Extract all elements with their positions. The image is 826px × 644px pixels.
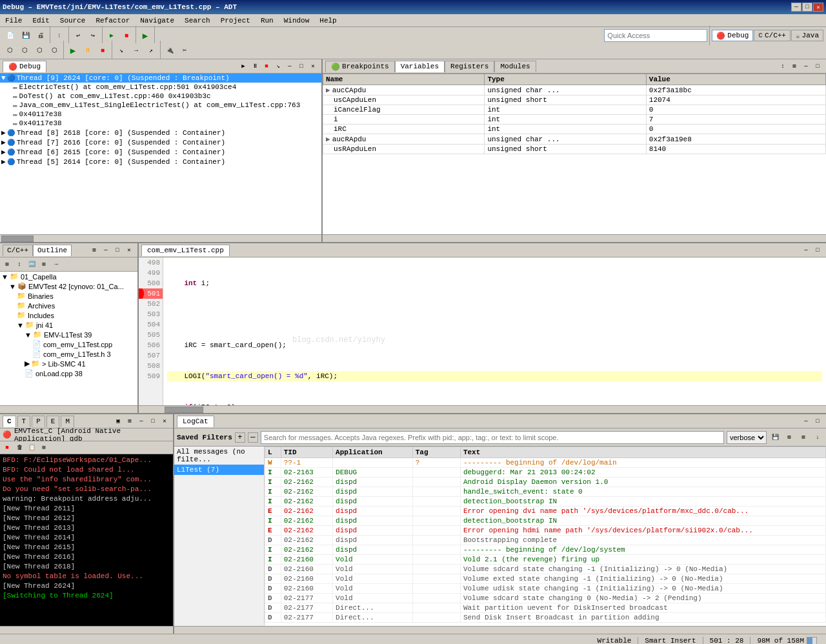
- console-tb-1[interactable]: ■: [1, 443, 13, 453]
- editor-tab[interactable]: com_emv_L1Test.cpp: [141, 245, 230, 256]
- logcat-maximize[interactable]: □: [812, 416, 823, 427]
- outline-tb-5[interactable]: →: [50, 259, 62, 270]
- logcat-row-13[interactable]: D 02-2160 Vold Volume udisk state changi…: [265, 584, 826, 594]
- menu-search[interactable]: Search: [179, 15, 216, 26]
- var-row-5[interactable]: ▶aucRApdu unsigned char ... 0x2f3a19e8: [323, 134, 826, 145]
- thread-6-item[interactable]: ▶ 🔵 Thread [6] 2615 [core: 0] (Suspended…: [0, 147, 321, 157]
- logcat-save-btn[interactable]: 💾: [769, 432, 781, 443]
- outline-close[interactable]: ✕: [123, 245, 135, 256]
- debug-panel-close[interactable]: ✕: [307, 61, 319, 72]
- console-hscroll[interactable]: [0, 626, 173, 634]
- modules-tab[interactable]: Modules: [494, 61, 536, 72]
- outline-toolbar-btn[interactable]: ⊞: [88, 245, 100, 256]
- java-perspective-btn[interactable]: ☕ Java: [791, 30, 823, 41]
- console-tab-t[interactable]: T: [17, 416, 31, 427]
- var-row-1[interactable]: usCApduLen unsigned short 12074: [323, 96, 826, 105]
- stop-button[interactable]: ■: [119, 28, 134, 43]
- connect-button[interactable]: 🔌: [163, 43, 177, 57]
- menu-project[interactable]: Project: [216, 15, 256, 26]
- console-tb-3[interactable]: 📋: [26, 443, 37, 453]
- debug-step-button[interactable]: ↕: [52, 28, 66, 43]
- logcat-hscroll[interactable]: [174, 626, 826, 634]
- debug-toolbar-step[interactable]: ↘: [272, 61, 284, 72]
- outline-item-7[interactable]: 📄 com_emv_L1Test.cpp: [0, 339, 137, 349]
- var-row-2[interactable]: iCancelFlag int 0: [323, 105, 826, 115]
- editor-content[interactable]: 498 499 500 501 502 503 504 505 506 507 …: [139, 257, 826, 405]
- console-minimize[interactable]: ─: [136, 416, 147, 427]
- menu-edit[interactable]: Edit: [27, 15, 54, 26]
- menu-run[interactable]: Run: [256, 15, 279, 26]
- logcat-btn2[interactable]: ⊞: [783, 432, 795, 443]
- editor-hscroll[interactable]: [139, 405, 826, 413]
- logcat-row-12[interactable]: D 02-2160 Vold Volume exted state changi…: [265, 574, 826, 584]
- frame-2[interactable]: ▬ Java_com_emv_L1Test_SingleElectricTest…: [0, 101, 321, 110]
- toolbar2-btn4[interactable]: ⬡: [47, 43, 61, 57]
- undo-button[interactable]: ↩: [71, 28, 85, 43]
- breakpoints-tab[interactable]: 🟢 Breakpoints: [325, 61, 395, 72]
- outline-maximize[interactable]: □: [112, 245, 123, 256]
- thread-5-item[interactable]: ▶ 🔵 Thread [5] 2614 [core: 0] (Suspended…: [0, 157, 321, 166]
- debug-tab[interactable]: 🔴 Debug: [3, 61, 46, 72]
- console-btn1[interactable]: ▣: [112, 416, 124, 427]
- toolbar2-btn1[interactable]: ⬡: [3, 43, 17, 57]
- variables-tab[interactable]: Variables: [395, 61, 445, 72]
- menu-refactor[interactable]: Refactor: [90, 15, 135, 26]
- menu-window[interactable]: Window: [279, 15, 315, 26]
- logcat-row-5[interactable]: E 02-2162 dispd Error opening dvi name p…: [265, 507, 826, 516]
- frame-0[interactable]: ▬ ElectricTest() at com_emv_L1Test.cpp:5…: [0, 83, 321, 92]
- minimize-button[interactable]: ─: [791, 3, 801, 12]
- menu-navigate[interactable]: Navigate: [135, 15, 179, 26]
- step-return-button[interactable]: ↗: [144, 43, 158, 57]
- outline-tb-4[interactable]: ⊞: [38, 259, 50, 270]
- close-button[interactable]: ✕: [813, 3, 823, 12]
- outline-tab[interactable]: Outline: [33, 245, 72, 256]
- outline-item-5[interactable]: ▼ 📁 jni 41: [0, 320, 137, 330]
- debug-run-button[interactable]: ▶: [138, 28, 152, 43]
- console-tab-p[interactable]: P: [32, 416, 45, 427]
- terminate-button[interactable]: ■: [96, 43, 110, 57]
- maximize-button[interactable]: □: [802, 3, 812, 12]
- frame-3[interactable]: ▬ 0x40117e38: [0, 110, 321, 119]
- outline-hscroll[interactable]: [0, 405, 137, 413]
- frame-4[interactable]: ▬ 0x40117e38: [0, 119, 321, 128]
- logcat-tab[interactable]: LogCat: [177, 416, 214, 427]
- console-tab-m[interactable]: M: [61, 416, 74, 427]
- cpp-perspective-btn[interactable]: C C/C++: [754, 30, 791, 41]
- console-content[interactable]: BFD: F:/EclipseWorkspace/01_Cape... BFD:…: [0, 454, 173, 626]
- outline-item-8[interactable]: 📄 com_emv_L1Test.h 3: [0, 349, 137, 359]
- debug-panel-minimize[interactable]: ─: [284, 61, 296, 72]
- outline-item-3[interactable]: 📁 Archives: [0, 301, 137, 310]
- all-messages-filter[interactable]: All messages (no filte...: [174, 447, 264, 465]
- save-button[interactable]: 💾: [19, 28, 33, 43]
- editor-minimize[interactable]: ─: [800, 245, 812, 256]
- logcat-row-8[interactable]: D 02-2162 dispd Bootstrapping complete: [265, 536, 826, 545]
- logcat-content[interactable]: L TID Application Tag Text W ??-1 ? ----…: [265, 447, 826, 626]
- outline-tb-1[interactable]: ⊞: [1, 259, 13, 270]
- cpp-tab[interactable]: C/C++: [3, 245, 33, 256]
- quick-access-input[interactable]: [604, 29, 707, 42]
- outline-item-4[interactable]: 📁 Includes: [0, 310, 137, 320]
- debug-hscroll[interactable]: [0, 234, 321, 242]
- thread-9-item[interactable]: ▼ 🔵 Thread [9] 2624 [core: 0] (Suspended…: [0, 74, 321, 83]
- print-button[interactable]: 🖨: [34, 28, 48, 43]
- redo-button[interactable]: ↪: [86, 28, 100, 43]
- toolbar2-btn2[interactable]: ⬡: [17, 43, 32, 57]
- suspend-button[interactable]: ⏸: [81, 43, 95, 57]
- debug-panel-maximize[interactable]: □: [296, 61, 307, 72]
- vars-toolbar-btn2[interactable]: ⊞: [789, 61, 800, 72]
- logcat-row-1[interactable]: I 02-2163 DEBUG debuggerd: Mar 21 2013 0…: [265, 468, 826, 478]
- resume-button[interactable]: ▶: [66, 43, 80, 57]
- toolbar2-btn3[interactable]: ⬡: [32, 43, 46, 57]
- thread-7-item[interactable]: ▶ 🔵 Thread [7] 2616 [core: 0] (Suspended…: [0, 137, 321, 147]
- outline-item-9[interactable]: ▶ 📁 > Lib-SMC 41: [0, 359, 137, 368]
- vars-minimize[interactable]: ─: [800, 61, 812, 72]
- outline-item-1[interactable]: ▼ 📦 EMVTest 42 [cynovo: 01_Ca...: [0, 281, 137, 291]
- logcat-btn3[interactable]: ⊞: [798, 432, 809, 443]
- debug-toolbar-resume[interactable]: ▶: [237, 61, 249, 72]
- outline-item-2[interactable]: 📁 Binaries: [0, 291, 137, 301]
- logcat-remove-filter-btn[interactable]: ─: [248, 432, 258, 443]
- console-c-tab[interactable]: C: [3, 416, 16, 427]
- step-over-button[interactable]: →: [129, 43, 143, 57]
- console-close[interactable]: ✕: [159, 416, 170, 427]
- logcat-row-15[interactable]: D 02-2177 Direct... Wait partition ueven…: [265, 603, 826, 613]
